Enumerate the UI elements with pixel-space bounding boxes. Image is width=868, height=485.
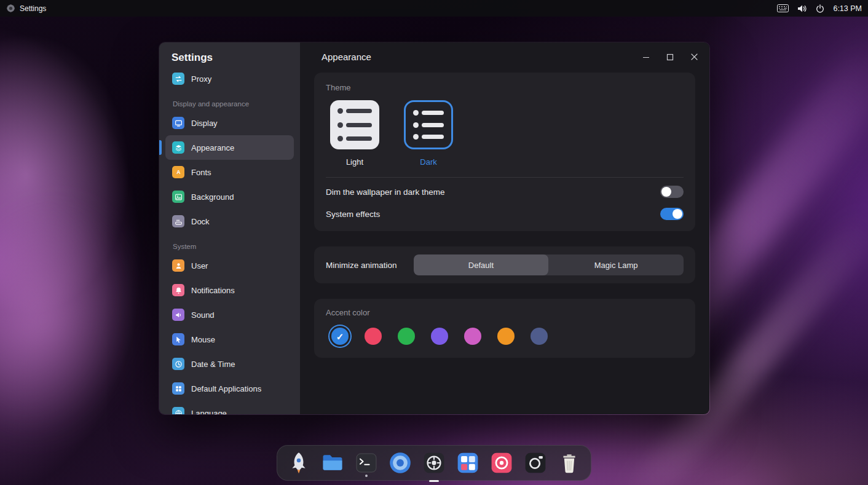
minimize-animation-card: Minimize animation DefaultMagic Lamp — [314, 246, 695, 283]
sidebar-item-mouse[interactable]: Mouse — [165, 327, 294, 352]
user-icon — [172, 259, 184, 272]
dock-terminal-icon[interactable] — [353, 449, 380, 476]
dock-browser-icon[interactable] — [387, 449, 414, 476]
default-apps-icon — [172, 382, 184, 395]
topbar-active-app[interactable]: Settings — [6, 4, 46, 13]
sidebar-item-label: Default Applications — [191, 384, 261, 393]
dock-widgets-icon[interactable] — [454, 449, 481, 476]
sidebar-sections: ProxyDisplay and appearanceDisplayAppear… — [159, 66, 300, 414]
settings-window: Settings ProxyDisplay and appearanceDisp… — [159, 42, 710, 415]
sidebar-item-label: Mouse — [191, 335, 215, 344]
mouse-icon — [172, 333, 184, 345]
segment-default[interactable]: Default — [414, 254, 549, 275]
accent-color-label: Accent color — [326, 308, 684, 317]
window-titlebar: Appearance — [300, 42, 709, 71]
sidebar-item-notifications[interactable]: Notifications — [165, 278, 294, 302]
sidebar-item-label: Fonts — [191, 168, 211, 177]
display-icon — [172, 117, 184, 129]
system-effects-row: System effects — [326, 203, 684, 225]
minimize-button[interactable] — [642, 53, 650, 61]
appearance-icon — [172, 141, 184, 154]
dock-settings-dock-icon[interactable] — [420, 449, 448, 476]
sidebar-item-user[interactable]: User — [165, 253, 294, 278]
window-controls — [642, 53, 698, 61]
sidebar-item-sound[interactable]: Sound — [165, 302, 294, 327]
divider — [326, 177, 684, 178]
top-panel: Settings 6:13 PM — [0, 0, 868, 17]
dock-screenshot-icon[interactable] — [522, 449, 549, 476]
topbar-tray: 6:13 PM — [777, 4, 862, 13]
theme-option-dark[interactable]: Dark — [404, 100, 453, 167]
datetime-icon — [172, 358, 184, 370]
topbar-app-title: Settings — [20, 4, 46, 13]
sidebar-item-label: Background — [191, 192, 234, 202]
sidebar-item-default-applications[interactable]: Default Applications — [165, 376, 294, 401]
sidebar-title: Settings — [172, 52, 300, 64]
sidebar-item-background[interactable]: Background — [165, 184, 294, 209]
segment-magic-lamp[interactable]: Magic Lamp — [548, 254, 684, 275]
sidebar-item-label: Appearance — [191, 143, 234, 152]
desktop: Settings 6:13 PM Settings ProxyDisplay a… — [0, 0, 868, 485]
sidebar-item-proxy[interactable]: Proxy — [165, 66, 294, 91]
proxy-icon — [172, 73, 184, 85]
sidebar-item-appearance[interactable]: Appearance — [165, 135, 294, 160]
theme-section-label: Theme — [326, 83, 684, 92]
dock-trash-icon[interactable] — [556, 449, 583, 476]
minimize-animation-label: Minimize animation — [326, 261, 397, 270]
check-icon: ✓ — [336, 332, 344, 341]
sidebar-item-label: Dock — [191, 217, 210, 226]
theme-option-light[interactable]: Light — [330, 100, 379, 167]
dim-wallpaper-label: Dim the wallpaper in dark theme — [326, 187, 445, 197]
accent-swatch-orange[interactable] — [497, 328, 515, 345]
theme-option-label: Dark — [420, 157, 436, 167]
sidebar-item-label: Language — [191, 409, 227, 415]
close-button[interactable] — [690, 53, 698, 61]
sidebar-item-display[interactable]: Display — [165, 111, 294, 135]
dock-icon — [172, 215, 184, 227]
sidebar: Settings ProxyDisplay and appearanceDisp… — [159, 42, 300, 414]
sidebar-item-language[interactable]: Language — [165, 401, 294, 414]
background-icon — [172, 191, 184, 203]
settings-app-icon — [6, 4, 15, 13]
accent-swatches: ✓ — [331, 328, 684, 345]
sidebar-item-dock[interactable]: Dock — [165, 209, 294, 234]
sidebar-item-label: Sound — [191, 310, 215, 320]
language-icon — [172, 407, 184, 414]
accent-swatch-blue[interactable]: ✓ — [331, 328, 349, 345]
sidebar-item-label: Notifications — [191, 286, 235, 295]
maximize-button[interactable] — [666, 53, 674, 61]
notifications-icon — [172, 284, 184, 296]
sidebar-item-date-time[interactable]: Date & Time — [165, 352, 294, 376]
sidebar-item-fonts[interactable]: AFonts — [165, 160, 294, 184]
theme-options: Light Dark — [330, 100, 684, 167]
power-icon[interactable] — [816, 4, 824, 13]
accent-color-card: Accent color ✓ — [314, 299, 695, 358]
sidebar-section-header: Display and appearance — [173, 100, 294, 108]
sidebar-section-header: System — [173, 243, 294, 250]
clock[interactable]: 6:13 PM — [833, 4, 862, 13]
sidebar-item-label: User — [191, 261, 208, 270]
page-title: Appearance — [322, 52, 371, 62]
dim-wallpaper-row: Dim the wallpaper in dark theme — [326, 181, 684, 203]
theme-card: Theme Light — [314, 73, 695, 231]
dock-launcher-rocket-icon[interactable] — [285, 449, 312, 476]
accent-swatch-green[interactable] — [398, 328, 415, 345]
accent-swatch-slate[interactable] — [531, 328, 548, 345]
sidebar-item-label: Date & Time — [191, 360, 235, 369]
fonts-icon: A — [172, 166, 184, 178]
system-effects-toggle[interactable] — [660, 208, 684, 220]
sound-icon — [172, 309, 184, 321]
minimize-animation-segmented: DefaultMagic Lamp — [414, 254, 684, 275]
dock-file-manager-icon[interactable] — [319, 449, 346, 476]
accent-swatch-magenta[interactable] — [464, 328, 481, 345]
dim-wallpaper-toggle[interactable] — [660, 186, 684, 198]
content-pane: Appearance Theme — [300, 42, 709, 414]
volume-icon[interactable] — [797, 4, 807, 13]
accent-swatch-red[interactable] — [365, 328, 382, 345]
dark-theme-preview — [404, 100, 453, 149]
accent-swatch-purple[interactable] — [431, 328, 448, 345]
light-theme-preview — [330, 100, 379, 149]
toggle-knob — [673, 209, 682, 219]
keyboard-icon[interactable] — [777, 4, 789, 12]
dock-media-player-icon[interactable] — [488, 449, 515, 476]
